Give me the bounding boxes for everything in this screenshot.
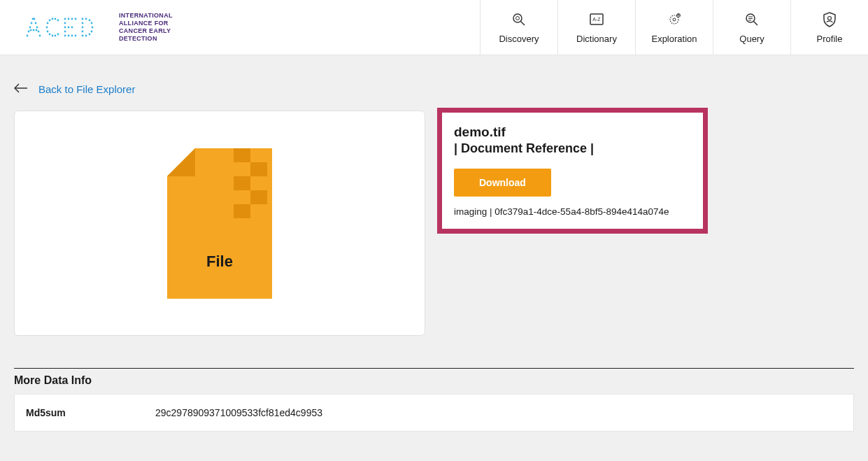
svg-point-38 — [82, 22, 84, 24]
back-link-text: Back to File Explorer — [38, 83, 135, 95]
svg-point-55 — [673, 18, 676, 21]
nav-profile[interactable]: Profile — [790, 0, 868, 55]
svg-point-39 — [82, 27, 84, 29]
info-row-value: 29c2978909371009533fcf81ed4c9953 — [155, 407, 322, 418]
svg-point-6 — [35, 22, 37, 24]
svg-point-9 — [39, 35, 41, 37]
svg-point-13 — [57, 20, 59, 22]
svg-point-41 — [82, 35, 84, 37]
svg-point-15 — [52, 18, 54, 20]
dictionary-icon: A-Z — [587, 11, 606, 28]
svg-point-35 — [71, 35, 73, 37]
svg-point-31 — [75, 18, 77, 20]
svg-point-51 — [516, 16, 520, 20]
nav-discovery-label: Discovery — [499, 34, 539, 44]
header: INTERNATIONAL ALLIANCE FOR CANCER EARLY … — [0, 0, 868, 55]
file-meta-line: imaging | 0fc379a1-4dce-55a4-8bf5-894e41… — [454, 206, 691, 217]
svg-point-17 — [47, 22, 49, 24]
svg-point-49 — [513, 14, 522, 22]
svg-point-45 — [92, 27, 94, 29]
svg-point-20 — [49, 34, 51, 36]
svg-point-25 — [64, 22, 66, 24]
more-data-info-title: More Data Info — [14, 369, 854, 394]
svg-point-27 — [64, 31, 66, 33]
svg-point-33 — [71, 27, 73, 29]
svg-point-3 — [31, 22, 33, 24]
svg-point-14 — [55, 18, 57, 20]
svg-point-0 — [27, 35, 29, 37]
svg-point-63 — [828, 16, 832, 20]
svg-line-59 — [754, 21, 758, 25]
svg-point-36 — [75, 35, 77, 37]
svg-point-12 — [36, 29, 38, 31]
info-row-key: Md5sum — [26, 407, 155, 418]
svg-point-32 — [68, 27, 70, 29]
nav-query-label: Query — [739, 34, 764, 44]
svg-point-24 — [64, 18, 66, 20]
svg-text:A-Z: A-Z — [592, 17, 601, 22]
svg-rect-65 — [234, 148, 250, 162]
file-icon-label: File — [167, 253, 272, 271]
nav-dictionary[interactable]: A-Z Dictionary — [557, 0, 635, 55]
logo-subtitle: INTERNATIONAL ALLIANCE FOR CANCER EARLY … — [119, 12, 173, 42]
svg-rect-67 — [234, 176, 250, 190]
nav-discovery[interactable]: Discovery — [480, 0, 557, 55]
svg-point-8 — [38, 31, 40, 33]
svg-point-28 — [64, 35, 66, 37]
back-link[interactable]: Back to File Explorer — [14, 82, 854, 97]
info-row: Md5sum 29c2978909371009533fcf81ed4c9953 — [14, 394, 854, 432]
file-preview-card: File — [14, 111, 425, 336]
file-icon: File — [167, 148, 272, 299]
aced-logo — [24, 13, 112, 41]
svg-point-11 — [33, 29, 35, 31]
svg-rect-57 — [678, 14, 679, 15]
nav-exploration[interactable]: Exploration — [635, 0, 713, 55]
svg-point-29 — [68, 18, 70, 20]
nav-exploration-label: Exploration — [651, 34, 697, 44]
svg-point-21 — [52, 35, 54, 37]
svg-point-46 — [91, 31, 93, 33]
discovery-icon — [509, 11, 529, 28]
exploration-icon — [664, 11, 684, 28]
svg-point-19 — [47, 31, 49, 33]
nav-query[interactable]: Query — [713, 0, 790, 55]
svg-point-43 — [89, 20, 91, 22]
nav: Discovery A-Z Dictionary Exploration Que… — [480, 0, 868, 55]
svg-point-26 — [64, 27, 66, 29]
svg-point-22 — [55, 35, 57, 37]
logo-area[interactable]: INTERNATIONAL ALLIANCE FOR CANCER EARLY … — [0, 0, 173, 55]
content: Back to File Explorer File demo.tif | Do… — [0, 55, 868, 446]
svg-point-16 — [49, 20, 51, 22]
file-guid: 0fc379a1-4dce-55a4-8bf5-894e414a074e — [495, 206, 669, 217]
file-info-panel: demo.tif | Document Reference | Download… — [442, 113, 703, 229]
svg-point-47 — [89, 34, 91, 36]
nav-dictionary-label: Dictionary — [576, 34, 617, 44]
query-icon — [742, 11, 762, 28]
main-row: File demo.tif | Document Reference | Dow… — [14, 111, 854, 336]
svg-point-5 — [34, 18, 36, 20]
nav-profile-label: Profile — [817, 34, 843, 44]
more-data-info-section: More Data Info Md5sum 29c297890937100953… — [14, 368, 854, 432]
download-button[interactable]: Download — [454, 169, 551, 197]
svg-point-37 — [82, 18, 84, 20]
svg-rect-69 — [234, 204, 250, 218]
svg-rect-68 — [250, 190, 267, 204]
svg-point-48 — [85, 35, 87, 37]
svg-point-44 — [91, 22, 93, 24]
svg-rect-66 — [250, 162, 267, 176]
svg-point-30 — [71, 18, 73, 20]
profile-icon — [820, 11, 839, 28]
file-category: imaging — [454, 206, 487, 217]
svg-point-10 — [30, 29, 32, 31]
file-name: demo.tif — [454, 125, 691, 140]
svg-point-18 — [46, 27, 48, 29]
svg-point-40 — [82, 31, 84, 33]
svg-point-23 — [57, 34, 59, 36]
svg-point-34 — [68, 35, 70, 37]
svg-point-7 — [36, 27, 38, 29]
svg-point-42 — [85, 18, 87, 20]
svg-point-1 — [28, 31, 30, 33]
back-arrow-icon — [14, 82, 28, 97]
svg-point-2 — [29, 27, 31, 29]
document-reference-label: | Document Reference | — [454, 141, 691, 156]
